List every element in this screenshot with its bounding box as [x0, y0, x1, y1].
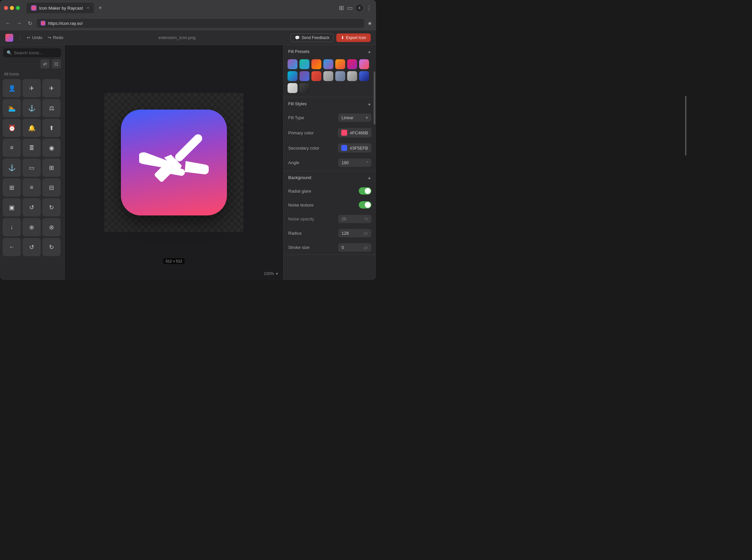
list-item[interactable]: ↻	[42, 198, 61, 217]
url-text: https://icon.ray.so/	[48, 21, 83, 26]
svg-rect-1	[174, 133, 204, 163]
list-item[interactable]: ✈	[42, 79, 61, 97]
list-item[interactable]: ≡	[22, 178, 41, 197]
list-item[interactable]: 👤	[3, 79, 21, 97]
app-toolbar: ↩ Undo ↪ Redo extension_icon.png 💬 Send …	[0, 31, 376, 45]
preset-swatch[interactable]	[311, 59, 321, 69]
reload-button[interactable]: ↻	[26, 19, 34, 28]
radial-glare-row: Radial glare	[284, 184, 376, 198]
list-item[interactable]: ▣	[3, 198, 21, 217]
main-layout: 🔍 ⇄ ⊡ All Icons 👤 ✈ ✈	[0, 45, 376, 280]
list-item[interactable]: ✈	[22, 79, 41, 97]
list-item[interactable]: ⊕	[22, 218, 41, 236]
preset-swatch[interactable]	[359, 59, 369, 69]
export-icon-button[interactable]: ⬇ Export Icon	[336, 34, 371, 42]
list-item[interactable]: 🔔	[22, 119, 41, 137]
preset-swatch[interactable]	[300, 59, 309, 69]
stroke-value-box[interactable]: 0 px	[338, 243, 371, 252]
active-tab[interactable]: Icon Maker by Raycast ×	[26, 3, 94, 13]
list-item[interactable]: ↓	[3, 218, 21, 236]
noise-texture-toggle[interactable]	[359, 201, 371, 208]
right-panel-scrollbar[interactable]	[373, 52, 375, 277]
bookmark-icon[interactable]: ★	[367, 20, 372, 26]
list-item[interactable]: ↺	[22, 198, 41, 217]
preset-swatch[interactable]	[323, 59, 333, 69]
list-item[interactable]: ⏰	[3, 119, 21, 137]
radius-value-box[interactable]: 128 px	[338, 229, 371, 237]
extensions-icon[interactable]: ⊞	[339, 4, 344, 12]
preset-swatch[interactable]	[335, 71, 345, 81]
list-item[interactable]: ⊟	[42, 178, 61, 197]
right-panel: Fill Presets ▲	[283, 45, 376, 280]
preset-swatch[interactable]	[347, 71, 357, 81]
sidebar-icon[interactable]: ▭	[347, 4, 353, 12]
list-item[interactable]: ⊞	[42, 159, 61, 177]
search-input-wrap[interactable]: 🔍	[3, 48, 61, 57]
menu-icon[interactable]: ⋮	[366, 4, 372, 12]
url-bar[interactable]: https://icon.ray.so/	[37, 19, 364, 28]
list-item[interactable]: ⬆	[42, 119, 61, 137]
preset-swatch[interactable]	[323, 71, 333, 81]
preset-swatch[interactable]	[288, 59, 297, 69]
angle-value-box[interactable]: 180 °	[338, 159, 371, 167]
forward-button[interactable]: →	[15, 19, 23, 27]
preset-swatch[interactable]	[300, 71, 309, 81]
redo-button[interactable]: ↪ Redo	[48, 35, 63, 40]
preset-swatch[interactable]	[288, 71, 297, 81]
background-header[interactable]: Background ▲	[284, 171, 376, 184]
icon-grid: 👤 ✈ ✈ 🏊 ⚓ ⚖ ⏰ 🔔 ⬆	[0, 79, 64, 280]
list-item[interactable]: ↻	[42, 238, 61, 256]
icon-row: ≡ ≣ ◉	[3, 139, 62, 157]
preset-swatch[interactable]	[359, 71, 369, 81]
presets-grid	[284, 58, 376, 97]
secondary-color-value[interactable]: #3F5EFB	[338, 143, 371, 153]
list-item[interactable]: ⚓	[22, 99, 41, 117]
list-item[interactable]: ⊞	[3, 178, 21, 197]
back-button[interactable]: ←	[4, 19, 12, 27]
zoom-chevron[interactable]: ▾	[276, 272, 278, 276]
tab-close-button[interactable]: ×	[87, 6, 89, 10]
list-item[interactable]: ▭	[22, 159, 41, 177]
profile-icon[interactable]: X	[356, 5, 363, 11]
copy-button[interactable]: ⊡	[52, 59, 61, 68]
list-item[interactable]: 🏊	[3, 99, 21, 117]
fill-type-select[interactable]: Linear ▾	[338, 114, 371, 122]
search-input[interactable]	[14, 50, 64, 55]
list-item[interactable]: ⊛	[42, 218, 61, 236]
close-traffic-light[interactable]	[4, 6, 8, 10]
fill-styles-section: Fill Styles ▲ Fill Type Linear ▾ Primary…	[284, 97, 376, 171]
minimize-traffic-light[interactable]	[10, 6, 14, 10]
icon-row: ⏰ 🔔 ⬆	[3, 119, 62, 137]
noise-opacity-row: Noise opacity 25 %	[284, 212, 376, 226]
shuffle-button[interactable]: ⇄	[40, 59, 50, 68]
title-bar: Icon Maker by Raycast × + ⊞ ▭ X ⋮	[0, 0, 376, 16]
radial-glare-label: Radial glare	[288, 189, 311, 194]
radius-label: Radius	[288, 231, 302, 236]
list-item[interactable]: ≡	[3, 139, 21, 157]
preset-swatch[interactable]	[288, 83, 297, 93]
tab-bar: Icon Maker by Raycast × +	[26, 3, 336, 13]
send-feedback-button[interactable]: 💬 Send Feedback	[291, 34, 333, 42]
new-tab-button[interactable]: +	[96, 5, 104, 12]
noise-opacity-value-box[interactable]: 25 %	[338, 215, 371, 223]
maximize-traffic-light[interactable]	[16, 6, 20, 10]
list-item[interactable]: ←	[3, 238, 21, 256]
fill-type-chevron: ▾	[366, 115, 368, 120]
list-item[interactable]: ◉	[42, 139, 61, 157]
icon-preview	[121, 109, 227, 216]
radial-glare-toggle[interactable]	[359, 187, 371, 195]
preset-swatch[interactable]	[335, 59, 345, 69]
fill-presets-header[interactable]: Fill Presets ▲	[284, 45, 376, 58]
list-item[interactable]: ≣	[22, 139, 41, 157]
preset-swatch[interactable]	[347, 59, 357, 69]
secondary-color-label: Secondary color	[288, 146, 319, 151]
list-item[interactable]: ↺	[22, 238, 41, 256]
preset-swatch[interactable]	[311, 71, 321, 81]
preset-swatch[interactable]	[300, 83, 309, 93]
undo-button[interactable]: ↩ Undo	[27, 35, 42, 40]
list-item[interactable]: ⚓	[3, 159, 21, 177]
fill-styles-header[interactable]: Fill Styles ▲	[284, 97, 376, 110]
secondary-color-hex: #3F5EFB	[350, 146, 368, 151]
list-item[interactable]: ⚖	[42, 99, 61, 117]
primary-color-value[interactable]: #FC466B	[338, 128, 371, 137]
